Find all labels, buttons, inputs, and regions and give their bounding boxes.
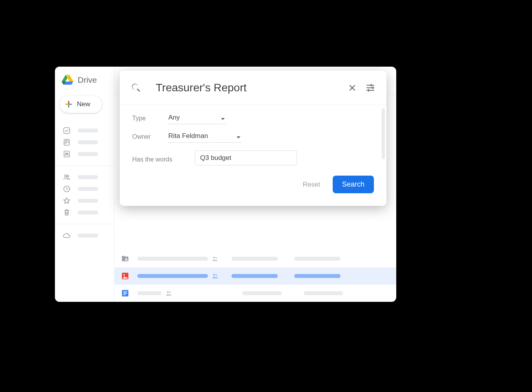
folder-shared-icon <box>121 254 129 263</box>
sidebar: Drive New <box>55 67 115 302</box>
svg-point-10 <box>67 175 69 177</box>
date-placeholder <box>294 274 341 278</box>
owner-select[interactable]: Rita Feldman <box>168 132 242 143</box>
svg-point-9 <box>65 175 67 177</box>
owner-placeholder <box>231 257 278 261</box>
type-value: Any <box>168 114 180 121</box>
svg-rect-27 <box>372 86 373 89</box>
svg-rect-3 <box>66 104 69 105</box>
date-placeholder <box>294 257 341 261</box>
drive-outline-icon <box>63 138 71 146</box>
owner-placeholder <box>231 274 278 278</box>
reset-button[interactable]: Reset <box>301 177 322 192</box>
clock-icon <box>63 185 71 193</box>
nav-group-3 <box>55 224 114 244</box>
nav-placeholder <box>78 211 98 214</box>
table-row[interactable] <box>115 285 396 302</box>
image-file-icon <box>121 272 129 280</box>
svg-rect-20 <box>123 291 127 292</box>
nav-group-2 <box>55 165 114 221</box>
svg-rect-6 <box>64 151 69 157</box>
owner-value: Rita Feldman <box>168 132 208 140</box>
nav-placeholder <box>78 129 98 132</box>
svg-point-18 <box>215 274 217 276</box>
search-popover: Type Any Owner Rita Feldman Has the word… <box>120 71 386 206</box>
search-filters: Type Any Owner Rita Feldman Has the word… <box>120 105 386 206</box>
svg-rect-21 <box>123 293 127 294</box>
type-label: Type <box>132 115 168 124</box>
svg-point-7 <box>66 153 67 154</box>
sidebar-item-starred[interactable] <box>55 195 114 207</box>
caret-down-icon <box>237 136 240 138</box>
svg-point-16 <box>123 274 125 276</box>
sidebar-item-priority[interactable] <box>55 125 114 136</box>
search-header <box>120 71 386 105</box>
words-input[interactable] <box>195 151 297 165</box>
people-icon <box>63 173 71 181</box>
people-icon <box>211 272 219 279</box>
brand: Drive <box>55 67 114 90</box>
cloud-icon <box>63 232 71 240</box>
svg-rect-25 <box>371 84 372 87</box>
file-list <box>115 250 396 302</box>
svg-rect-26 <box>368 89 369 92</box>
search-input[interactable] <box>156 82 339 94</box>
nav-placeholder <box>78 199 98 203</box>
plus-icon <box>64 100 73 109</box>
nav-placeholder <box>78 152 98 156</box>
table-row[interactable] <box>115 267 396 285</box>
sidebar-item-mydrive[interactable] <box>55 136 114 148</box>
sidebar-item-shared-drives[interactable] <box>55 148 114 160</box>
sidebar-item-recent[interactable] <box>55 183 114 195</box>
new-button-label: New <box>77 100 90 108</box>
sidebar-item-storage[interactable] <box>55 230 114 241</box>
file-name-placeholder <box>137 291 162 295</box>
drive-logo-icon <box>61 74 74 86</box>
sidebar-item-trash[interactable] <box>55 207 114 218</box>
caret-down-icon <box>221 118 225 120</box>
search-button[interactable]: Search <box>333 176 374 193</box>
file-name-placeholder <box>137 274 208 278</box>
scrollbar[interactable] <box>382 108 385 159</box>
brand-title: Drive <box>78 75 97 85</box>
file-name-placeholder <box>137 257 208 261</box>
tune-icon[interactable] <box>365 83 375 93</box>
sidebar-item-shared[interactable] <box>55 171 114 183</box>
words-label: Has the words <box>132 156 195 165</box>
svg-rect-22 <box>123 294 126 295</box>
svg-point-17 <box>213 274 215 276</box>
star-icon <box>63 197 71 205</box>
docs-file-icon <box>121 289 129 298</box>
check-square-icon <box>63 127 71 134</box>
search-icon <box>131 82 142 93</box>
type-select[interactable]: Any <box>168 114 226 124</box>
shared-drive-icon <box>63 150 71 158</box>
close-icon[interactable] <box>347 83 357 93</box>
new-button[interactable]: New <box>60 96 102 113</box>
people-icon <box>211 255 219 262</box>
trash-icon <box>63 209 71 216</box>
nav-group-1 <box>55 122 114 162</box>
nav-placeholder <box>78 140 98 144</box>
svg-point-12 <box>126 258 127 260</box>
svg-point-13 <box>213 257 215 259</box>
nav-placeholder <box>78 234 98 238</box>
svg-point-14 <box>215 257 217 259</box>
date-placeholder <box>304 291 343 295</box>
owner-placeholder <box>242 291 282 295</box>
people-icon <box>165 290 172 297</box>
svg-point-24 <box>169 292 171 293</box>
svg-rect-4 <box>64 128 70 134</box>
svg-point-23 <box>167 291 169 293</box>
nav-placeholder <box>78 175 98 179</box>
table-row[interactable] <box>115 250 396 267</box>
nav-placeholder <box>78 187 98 191</box>
svg-point-8 <box>67 153 68 154</box>
owner-label: Owner <box>132 133 168 143</box>
